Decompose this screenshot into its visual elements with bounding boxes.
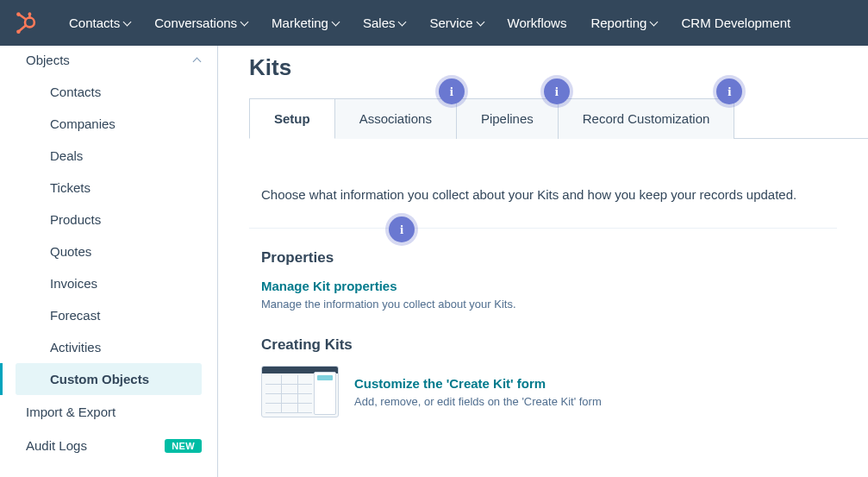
tab-record-customization[interactable]: Record Customization i xyxy=(559,98,735,139)
main-content: Kits Setup Associations i Pipelines i Re… xyxy=(218,46,868,477)
chevron-down-icon xyxy=(123,17,132,26)
info-pin-icon[interactable]: i xyxy=(389,217,415,242)
svg-line-3 xyxy=(20,15,26,19)
svg-line-1 xyxy=(20,25,26,30)
sidebar-item-quotes[interactable]: Quotes xyxy=(16,235,202,267)
page-title: Kits xyxy=(249,54,868,81)
chevron-down-icon xyxy=(398,17,407,26)
info-pin-icon[interactable]: i xyxy=(439,78,465,104)
svg-point-2 xyxy=(16,29,21,34)
nav-contacts[interactable]: Contacts xyxy=(57,0,142,46)
section-title: Creating Kits xyxy=(261,336,837,354)
sidebar-item-custom-objects[interactable]: Custom Objects xyxy=(16,363,202,395)
sidebar-item-invoices[interactable]: Invoices xyxy=(16,267,202,299)
setup-description: Choose what information you collect abou… xyxy=(249,173,837,229)
sidebar: Objects Contacts Companies Deals Tickets… xyxy=(0,46,218,477)
chevron-down-icon xyxy=(240,17,249,26)
form-thumbnail xyxy=(261,366,339,417)
sidebar-group-objects[interactable]: Objects xyxy=(0,46,217,76)
svg-point-6 xyxy=(28,12,32,16)
section-properties: i Properties Manage Kit properties Manag… xyxy=(249,229,837,316)
nav-marketing[interactable]: Marketing xyxy=(259,0,351,46)
sidebar-item-products[interactable]: Products xyxy=(16,204,202,235)
sidebar-item-tickets[interactable]: Tickets xyxy=(16,172,202,204)
info-pin-icon[interactable]: i xyxy=(716,78,742,104)
sidebar-item-companies[interactable]: Companies xyxy=(16,108,202,140)
chevron-down-icon xyxy=(650,17,659,26)
nav-crm-development[interactable]: CRM Development xyxy=(669,0,802,46)
manage-properties-link[interactable]: Manage Kit properties xyxy=(261,279,397,293)
nav-workflows[interactable]: Workflows xyxy=(496,0,579,46)
hubspot-logo[interactable] xyxy=(14,12,36,35)
tab-pipelines[interactable]: Pipelines i xyxy=(457,98,559,139)
sidebar-item-forecast[interactable]: Forecast xyxy=(16,299,202,331)
tab-setup[interactable]: Setup xyxy=(249,98,335,139)
new-badge: NEW xyxy=(165,439,202,453)
top-nav: Contacts Conversations Marketing Sales S… xyxy=(0,0,868,46)
sidebar-item-contacts[interactable]: Contacts xyxy=(16,76,202,108)
sidebar-item-activities[interactable]: Activities xyxy=(16,331,202,363)
customize-create-form-link[interactable]: Customize the 'Create Kit' form xyxy=(354,376,546,391)
sidebar-item-deals[interactable]: Deals xyxy=(16,140,202,172)
sidebar-item-import-export[interactable]: Import & Export xyxy=(0,395,217,429)
nav-reporting[interactable]: Reporting xyxy=(578,0,669,46)
chevron-up-icon xyxy=(193,58,202,66)
nav-conversations[interactable]: Conversations xyxy=(142,0,259,46)
chevron-down-icon xyxy=(476,17,484,26)
chevron-down-icon xyxy=(332,17,340,26)
sidebar-item-audit-logs[interactable]: Audit Logs NEW xyxy=(0,429,217,462)
nav-service[interactable]: Service xyxy=(417,0,495,46)
svg-point-4 xyxy=(16,12,21,16)
section-title: Properties xyxy=(261,249,837,267)
tabs: Setup Associations i Pipelines i Record … xyxy=(249,98,868,139)
section-subtext: Manage the information you collect about… xyxy=(261,298,837,311)
nav-sales[interactable]: Sales xyxy=(351,0,418,46)
info-pin-icon[interactable]: i xyxy=(544,78,570,104)
tab-associations[interactable]: Associations i xyxy=(335,98,457,139)
section-subtext: Add, remove, or edit fields on the 'Crea… xyxy=(354,395,602,408)
section-creating: Creating Kits Customize the 'Create Kit'… xyxy=(249,316,837,423)
